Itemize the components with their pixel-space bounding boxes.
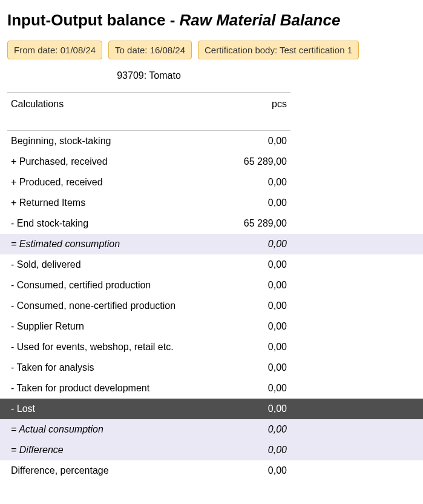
col-calculations: Calculations xyxy=(7,93,226,131)
row-value: 0,00 xyxy=(226,399,290,419)
title-main: Input-Output balance - xyxy=(7,11,180,29)
row-value: 0,00 xyxy=(226,316,290,337)
row-label: - Taken for analysis xyxy=(7,357,226,378)
row-value: 0,00 xyxy=(226,419,290,440)
table-row: - Taken for analysis0,00 xyxy=(7,357,290,378)
row-label: = Actual consumption xyxy=(7,419,226,440)
row-value: 0,00 xyxy=(226,378,290,399)
filter-chips: From date: 01/08/24 To date: 16/08/24 Ce… xyxy=(7,41,416,59)
row-value: 0,00 xyxy=(226,357,290,378)
row-value: 0,00 xyxy=(226,460,290,481)
table-row: - Consumed, none-certified production0,0… xyxy=(7,296,290,316)
row-label: Beginning, stock-taking xyxy=(7,131,226,152)
col-unit: pcs xyxy=(226,93,290,131)
title-sub: Raw Material Balance xyxy=(180,11,341,29)
row-value: 65 289,00 xyxy=(226,151,290,172)
row-label: - Used for events, webshop, retail etc. xyxy=(7,337,226,357)
balance-table: Calculations pcs Beginning, stock-taking… xyxy=(7,92,290,481)
row-value: 0,00 xyxy=(226,440,290,460)
table-row: - Used for events, webshop, retail etc.0… xyxy=(7,337,290,357)
table-row: - Supplier Return0,00 xyxy=(7,316,290,337)
row-value: 0,00 xyxy=(226,172,290,193)
table-row: + Purchased, received65 289,00 xyxy=(7,151,290,172)
table-row: + Returned Items0,00 xyxy=(7,193,290,213)
table-row: - End stock-taking65 289,00 xyxy=(7,213,290,234)
table-row: - Consumed, certified production0,00 xyxy=(7,275,290,296)
chip-certification: Certification body: Test certification 1 xyxy=(198,41,359,59)
table-row: = Actual consumption0,00 xyxy=(7,419,290,440)
row-label: Difference, percentage xyxy=(7,460,226,481)
table-row: - Taken for product development0,00 xyxy=(7,378,290,399)
row-value: 0,00 xyxy=(226,234,290,254)
row-label: + Returned Items xyxy=(7,193,226,213)
table-header: Calculations pcs xyxy=(7,93,290,131)
table-row: + Produced, received0,00 xyxy=(7,172,290,193)
row-value: 0,00 xyxy=(226,193,290,213)
row-label: = Difference xyxy=(7,440,226,460)
table-row: = Difference0,00 xyxy=(7,440,290,460)
product-label: 93709: Tomato xyxy=(7,70,290,81)
row-label: - Supplier Return xyxy=(7,316,226,337)
row-label: = Estimated consumption xyxy=(7,234,226,254)
table-row: = Estimated consumption0,00 xyxy=(7,234,290,254)
row-label: - Lost xyxy=(7,399,226,419)
row-label: - Consumed, none-certified production xyxy=(7,296,226,316)
chip-from-date: From date: 01/08/24 xyxy=(7,41,102,59)
row-label: + Purchased, received xyxy=(7,151,226,172)
row-value: 0,00 xyxy=(226,254,290,275)
chip-to-date: To date: 16/08/24 xyxy=(108,41,192,59)
row-label: - End stock-taking xyxy=(7,213,226,234)
row-value: 0,00 xyxy=(226,275,290,296)
table-row: Difference, percentage0,00 xyxy=(7,460,290,481)
row-value: 0,00 xyxy=(226,131,290,152)
row-label: - Consumed, certified production xyxy=(7,275,226,296)
row-label: - Taken for product development xyxy=(7,378,226,399)
row-value: 65 289,00 xyxy=(226,213,290,234)
row-label: - Sold, delivered xyxy=(7,254,226,275)
table-row: - Sold, delivered0,00 xyxy=(7,254,290,275)
table-row: - Lost0,00 xyxy=(7,399,290,419)
row-value: 0,00 xyxy=(226,296,290,316)
row-label: + Produced, received xyxy=(7,172,226,193)
row-value: 0,00 xyxy=(226,337,290,357)
page-title: Input-Output balance - Raw Material Bala… xyxy=(7,11,416,30)
table-row: Beginning, stock-taking0,00 xyxy=(7,131,290,152)
